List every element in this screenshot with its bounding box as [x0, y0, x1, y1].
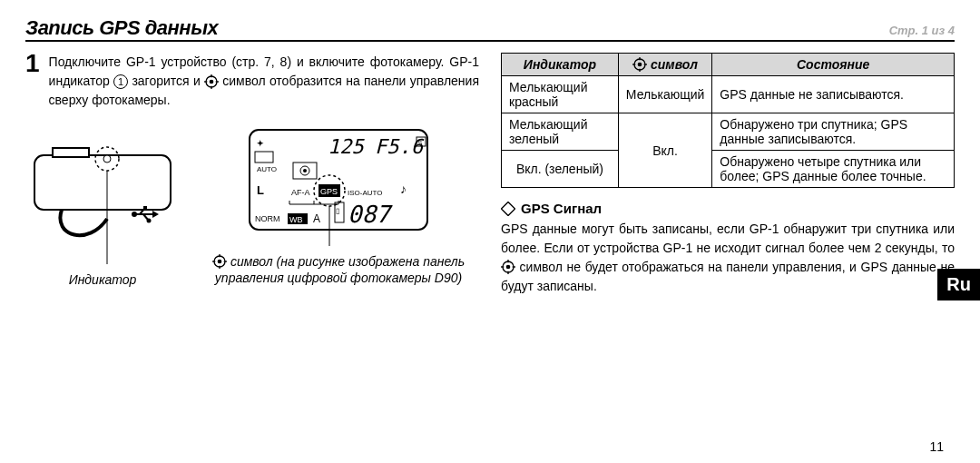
circled-one-icon: 1 — [113, 74, 128, 89]
page-number: 11 — [929, 439, 944, 454]
panel-figure-block: 125 F5.6 S ✦ AUTO L NORM — [198, 128, 479, 286]
gps-symbol-icon — [632, 57, 647, 72]
cell-indicator: Вкл. (зеленый) — [502, 151, 619, 188]
gps-symbol-icon — [501, 260, 515, 274]
svg-point-23 — [303, 169, 307, 172]
step-text: Подключите GP-1 устройство (стр. 7, 8) и… — [49, 53, 479, 110]
svg-point-41 — [638, 63, 642, 67]
device-illustration — [25, 128, 180, 264]
svg-rect-11 — [143, 206, 147, 210]
table-header-row: Индикатор символ — [502, 54, 955, 76]
device-figure-block: Индикатор — [25, 128, 180, 288]
th-indicator: Индикатор — [502, 54, 619, 76]
panel-num-3: 087 — [348, 201, 393, 228]
panel-caption-text: символ (на рисунке изображена панель упр… — [215, 254, 465, 285]
info-body-2: символ не будет отображаться на панели у… — [501, 260, 955, 293]
svg-text:▯: ▯ — [336, 207, 339, 215]
info-body-1: GPS данные могут быть записаны, если GP-… — [501, 222, 955, 255]
figure-area: Индикатор 125 F5.6 S ✦ AUTO — [25, 128, 479, 288]
panel-num-1: 125 — [328, 135, 365, 158]
page-title: Запись GPS данных — [25, 16, 218, 40]
svg-marker-14 — [152, 211, 159, 218]
page-indicator: Стр. 1 из 4 — [889, 24, 955, 37]
panel-wb: WB — [289, 215, 303, 224]
table-row: Мелькающий красный Мелькающий GPS данные… — [502, 76, 955, 113]
cell-symbol: Мелькающий — [618, 76, 711, 113]
table-row: Мелькающий зеленый Вкл. Обнаружено три с… — [502, 113, 955, 151]
panel-iso: ISO-AUTO — [348, 189, 383, 197]
gps-symbol-icon — [212, 254, 227, 269]
svg-text:✦: ✦ — [257, 139, 264, 148]
cell-status: Обнаружено четыре спутника или более; GP… — [712, 151, 955, 188]
panel-l: L — [257, 183, 264, 197]
step-row: 1 Подключите GP-1 устройство (стр. 7, 8)… — [25, 53, 479, 110]
panel-auto: AUTO — [257, 165, 277, 173]
panel-a: A — [313, 212, 320, 225]
title-bar: Запись GPS данных Стр. 1 из 4 — [25, 16, 955, 42]
status-table: Индикатор символ — [501, 53, 955, 188]
panel-af: AF-A — [291, 188, 310, 197]
th-symbol: символ — [618, 54, 711, 76]
th-status: Состояние — [712, 54, 955, 76]
svg-point-13 — [147, 219, 152, 223]
svg-rect-46 — [501, 202, 514, 215]
th-symbol-text: символ — [651, 57, 698, 72]
content-columns: 1 Подключите GP-1 устройство (стр. 7, 8)… — [25, 53, 955, 296]
language-tab: Ru — [937, 269, 980, 300]
cell-status: Обнаружено три спутника; GPS данные запи… — [712, 113, 955, 151]
document-page: Запись GPS данных Стр. 1 из 4 1 Подключи… — [0, 0, 980, 463]
cell-indicator: Мелькающий красный — [502, 76, 619, 113]
cell-indicator: Мелькающий зеленый — [502, 113, 619, 151]
gps-symbol-icon — [204, 74, 219, 89]
panel-s: S — [417, 139, 422, 147]
step-text-2: загорится и — [132, 74, 204, 88]
svg-rect-7 — [53, 148, 89, 157]
step-number: 1 — [25, 51, 40, 110]
cell-status: GPS данные не записываются. — [712, 76, 955, 113]
info-body: GPS данные могут быть записаны, если GP-… — [501, 220, 955, 296]
info-header: GPS Сигнал — [501, 201, 955, 216]
svg-point-1 — [210, 80, 214, 84]
info-header-text: GPS Сигнал — [521, 201, 602, 216]
device-caption: Индикатор — [69, 271, 137, 288]
cell-symbol: Вкл. — [618, 113, 711, 188]
panel-gps: GPS — [320, 187, 338, 196]
left-column: 1 Подключите GP-1 устройство (стр. 7, 8)… — [25, 53, 479, 296]
lcd-panel-illustration: 125 F5.6 S ✦ AUTO L NORM — [248, 128, 429, 246]
svg-point-35 — [218, 260, 222, 264]
svg-point-48 — [506, 265, 511, 270]
svg-point-15 — [103, 155, 111, 163]
right-column: Индикатор символ — [501, 53, 955, 296]
svg-text:♪: ♪ — [400, 182, 407, 196]
panel-norm: NORM — [255, 214, 280, 223]
svg-rect-6 — [34, 155, 171, 210]
table-row: Вкл. (зеленый) Обнаружено четыре спутник… — [502, 151, 955, 188]
info-diamond-icon — [501, 202, 515, 216]
panel-caption: символ (на рисунке изображена панель упр… — [198, 253, 479, 286]
